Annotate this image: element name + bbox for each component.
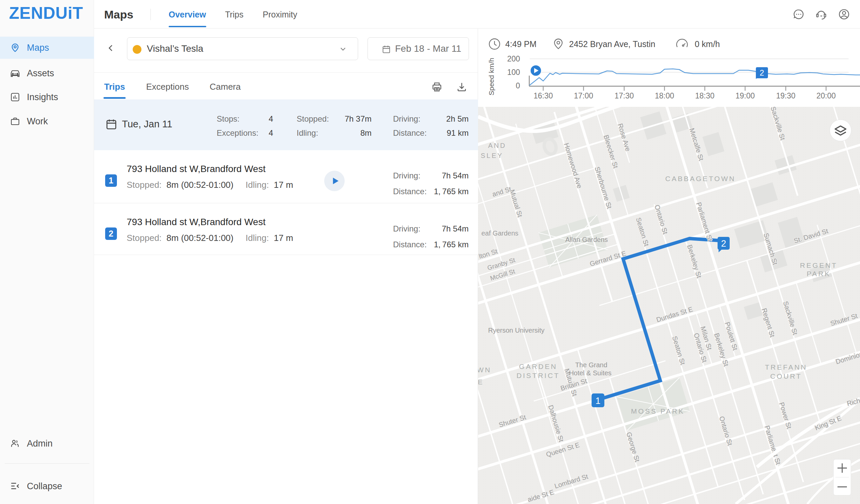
svg-text:0 km/h: 0 km/h: [695, 39, 720, 49]
svg-text:16:30: 16:30: [533, 91, 553, 100]
svg-text:AND: AND: [488, 142, 506, 149]
svg-text:4:49 PM: 4:49 PM: [505, 39, 536, 49]
svg-text:eaf Gardens: eaf Gardens: [482, 230, 518, 237]
svg-text:0: 0: [516, 81, 520, 90]
svg-text:The Grand: The Grand: [575, 361, 607, 369]
svg-text:18:30: 18:30: [695, 91, 715, 100]
svg-text:OWN: OWN: [478, 366, 491, 374]
svg-text:200: 200: [507, 55, 520, 63]
svg-text:100: 100: [507, 68, 520, 77]
svg-text:PARK: PARK: [806, 270, 831, 277]
svg-text:COURT: COURT: [770, 372, 802, 380]
svg-text:20:00: 20:00: [816, 91, 836, 100]
svg-text:1: 1: [595, 396, 600, 406]
svg-text:Hotel & Suites: Hotel & Suites: [569, 369, 612, 377]
svg-text:CABBAGETOWN: CABBAGETOWN: [665, 175, 735, 183]
svg-text:2: 2: [721, 239, 726, 249]
svg-text:19:00: 19:00: [735, 91, 755, 100]
svg-text:Speed km/h: Speed km/h: [487, 58, 495, 96]
svg-text:2452 Bryan Ave, Tustin: 2452 Bryan Ave, Tustin: [569, 39, 656, 49]
svg-text:2: 2: [760, 68, 764, 77]
svg-text:Allan Gardens: Allan Gardens: [565, 236, 608, 243]
svg-text:17:30: 17:30: [614, 91, 634, 100]
svg-text:18:00: 18:00: [655, 91, 674, 100]
svg-text:DISTRICT: DISTRICT: [517, 372, 560, 379]
svg-text:REGENT: REGENT: [800, 261, 837, 269]
svg-text:SLEY: SLEY: [481, 152, 503, 159]
svg-text:17:00: 17:00: [574, 91, 593, 100]
svg-text:GE: GE: [478, 378, 484, 386]
svg-text:Ryerson University: Ryerson University: [488, 327, 545, 334]
svg-text:19:30: 19:30: [776, 91, 796, 100]
svg-text:MOSS PARK: MOSS PARK: [631, 407, 684, 415]
svg-text:TREFANN: TREFANN: [765, 363, 807, 371]
svg-text:GARDEN: GARDEN: [519, 362, 557, 370]
